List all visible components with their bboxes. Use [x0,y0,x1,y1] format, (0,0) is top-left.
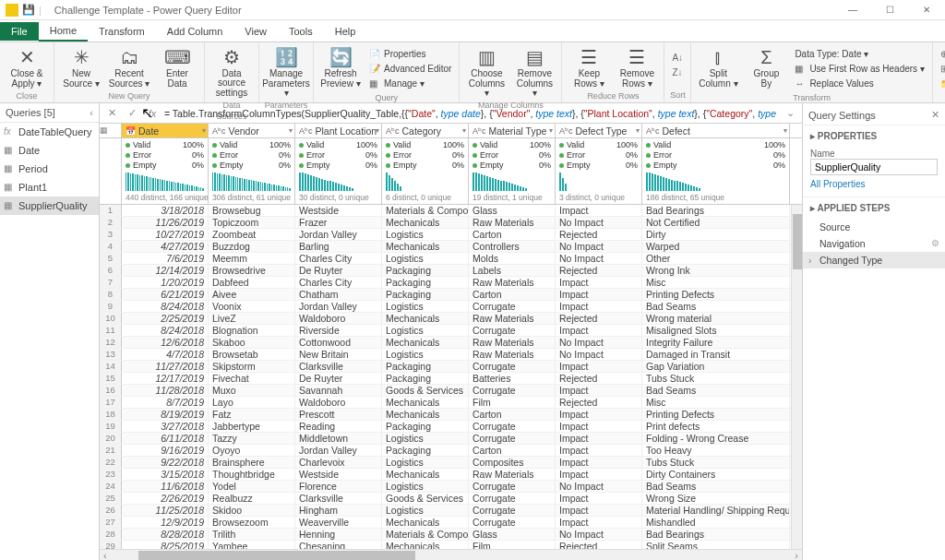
table-row[interactable]: 134/7/2018BrowsetabNew BritainLogisticsR… [100,349,802,361]
table-row[interactable]: 102/25/2019LiveZWaldoboroMechanicalsRaw … [100,313,802,325]
cell-material[interactable]: Raw Materials [469,313,556,324]
cell-vendor[interactable]: Browsezoom [209,517,295,528]
cell-material[interactable]: Carton [469,229,556,240]
cell-plant[interactable]: Westside [295,205,382,216]
cell-defect[interactable]: Tubs Stuck [642,373,790,384]
cell-plant[interactable]: Chatham [295,289,382,300]
row-header[interactable]: 14 [100,361,122,372]
column-header-plant-location[interactable]: AᵇcPlant Location▾ [295,124,382,137]
query-name-input[interactable] [810,159,938,175]
cell-category[interactable]: Logistics [382,301,469,312]
cell-plant[interactable]: Charles City [295,277,382,288]
cell-defect-type[interactable]: Impact [556,361,642,372]
cell-defect[interactable]: Bad Bearings [642,529,790,540]
cell-defect-type[interactable]: Impact [556,517,642,528]
recent-sources-button[interactable]: 🗂RecentSources ▾ [106,44,152,90]
row-header[interactable]: 12 [100,337,122,348]
cell-defect-type[interactable]: Impact [556,205,642,216]
cell-defect-type[interactable]: Rejected [556,397,642,408]
cell-defect[interactable]: Dirty [642,229,790,240]
cell-date[interactable]: 3/18/2018 [122,205,209,216]
cell-date[interactable]: 8/19/2019 [122,409,209,420]
type-icon[interactable]: Aᵇc [472,126,486,136]
cell-category[interactable]: Logistics [382,505,469,516]
row-header[interactable]: 26 [100,505,122,516]
applied-step-changed-type[interactable]: Changed Type [803,252,945,268]
cell-plant[interactable]: Savannah [295,385,382,396]
row-header[interactable]: 1 [100,205,122,216]
row-header[interactable]: 10 [100,313,122,324]
cell-defect[interactable]: Print defects [642,421,790,432]
cell-date[interactable]: 4/7/2018 [122,349,209,360]
cell-category[interactable]: Packaging [382,265,469,276]
type-icon[interactable]: Aᵇc [559,126,573,136]
data-type-button[interactable]: Data Type: Date ▾ [795,46,924,61]
cell-material[interactable]: Corrugate [469,517,556,528]
cell-material[interactable]: Composites [469,457,556,468]
sort-desc-button[interactable]: Z↓ [672,65,683,79]
cell-defect-type[interactable]: No Impact [556,241,642,252]
cell-defect[interactable]: Printing Defects [642,289,790,300]
cell-defect-type[interactable]: Impact [556,445,642,456]
cell-category[interactable]: Mechanicals [382,541,469,549]
cell-plant[interactable]: Florence [295,481,382,492]
cell-category[interactable]: Logistics [382,481,469,492]
cell-defect-type[interactable]: No Impact [556,349,642,360]
cell-defect[interactable]: Integrity Failure [642,337,790,348]
cell-defect-type[interactable]: Impact [556,493,642,504]
row-header[interactable]: 21 [100,445,122,456]
column-header-defect-type[interactable]: AᵇcDefect Type▾ [556,124,642,137]
cell-vendor[interactable]: Jabbertype [209,421,295,432]
tab-help[interactable]: Help [324,22,367,41]
formula-bar[interactable]: = Table.TransformColumnTypes(SupplierQua… [164,108,778,119]
cell-category[interactable]: Logistics [382,325,469,336]
cell-defect-type[interactable]: Impact [556,289,642,300]
cell-date[interactable]: 3/27/2018 [122,421,209,432]
row-header[interactable]: 8 [100,289,122,300]
query-item-supplierquality[interactable]: SupplierQuality [0,197,99,215]
cell-defect[interactable]: Not Certified [642,217,790,228]
cell-vendor[interactable]: Skaboo [209,337,295,348]
cell-category[interactable]: Logistics [382,229,469,240]
formula-expand-button[interactable]: ⌄ [782,107,798,119]
formula-commit-button[interactable]: ✓ [124,107,140,119]
remove-rows-button[interactable]: ☰RemoveRows ▾ [614,44,660,90]
vertical-scrollbar[interactable] [791,205,802,549]
cell-date[interactable]: 12/6/2018 [122,337,209,348]
cell-defect-type[interactable]: Impact [556,421,642,432]
cell-material[interactable]: Corrugate [469,421,556,432]
row-header[interactable]: 25 [100,493,122,504]
cell-material[interactable]: Corrugate [469,385,556,396]
row-header[interactable]: 29 [100,541,122,549]
cell-date[interactable]: 11/26/2019 [122,217,209,228]
row-header[interactable]: 13 [100,349,122,360]
cell-vendor[interactable]: Realbuzz [209,493,295,504]
cell-vendor[interactable]: Browsedrive [209,265,295,276]
formula-cancel-button[interactable]: ✕ [103,107,120,119]
cell-defect-type[interactable]: No Impact [556,253,642,264]
cell-defect[interactable]: Misc [642,397,790,408]
cell-defect-type[interactable]: Rejected [556,541,642,549]
table-row[interactable]: 252/26/2019RealbuzzClarksvilleGoods & Se… [100,493,802,505]
cell-vendor[interactable]: Oyoyo [209,445,295,456]
table-row[interactable]: 86/21/2019AiveeChathamPackagingCartonImp… [100,289,802,301]
cell-material[interactable]: Raw Materials [469,277,556,288]
cell-date[interactable]: 6/21/2019 [122,289,209,300]
cell-date[interactable]: 8/28/2018 [122,529,209,540]
cell-vendor[interactable]: Trilith [209,529,295,540]
applied-step-source[interactable]: Source [803,219,945,235]
manage-parameters-button[interactable]: 🔢ManageParameters ▾ [263,44,309,100]
cell-material[interactable]: Corrugate [469,481,556,492]
cell-category[interactable]: Mechanicals [382,517,469,528]
cell-defect[interactable]: Bad Seams [642,385,790,396]
cell-plant[interactable]: Charles City [295,253,382,264]
cell-defect-type[interactable]: Rejected [556,265,642,276]
cell-vendor[interactable]: Skidoo [209,505,295,516]
table-row[interactable]: 206/11/2018TazzyMiddletownLogisticsCorru… [100,433,802,445]
cell-vendor[interactable]: LiveZ [209,313,295,324]
cell-defect-type[interactable]: Impact [556,505,642,516]
cell-plant[interactable]: Prescott [295,409,382,420]
cell-plant[interactable]: Hingham [295,505,382,516]
cell-defect[interactable]: Split Seams [642,541,790,549]
first-row-headers-button[interactable]: ▦Use First Row as Headers ▾ [795,61,924,76]
